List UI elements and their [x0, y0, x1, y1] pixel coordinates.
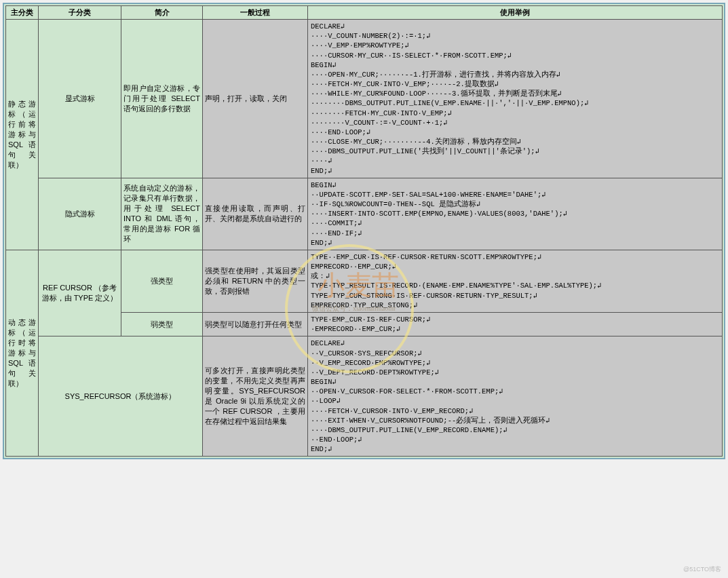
proc-implicit: 直接使用读取，而声明、打开、关闭都是系统自动进行的: [203, 178, 308, 250]
proc-weak: 弱类型可以随意打开任何类型: [203, 312, 308, 336]
code-weak: TYPE·EMP_CUR·IS·REF·CURSOR;↲ ·EMPRECORD·…: [308, 312, 723, 336]
header-sub: 子分类: [39, 6, 121, 20]
intro-strong: 强类型: [121, 250, 203, 312]
header-example: 使用举例: [308, 6, 723, 20]
intro-weak: 弱类型: [121, 312, 203, 336]
table-row: SYS_REFCURSOR（系统游标） 可多次打开，直接声明此类型的变量，不用先…: [6, 336, 723, 457]
sub-explicit: 显式游标: [39, 20, 121, 178]
intro-implicit: 系统自动定义的游标，记录集只有单行数据，用于处理 SELECT INTO 和 D…: [121, 178, 203, 250]
main-static-cursor: 静态游标（运行前将游标与 SQL 语句关联）: [6, 20, 39, 250]
cursor-classification-table: 主分类 子分类 简介 一般过程 使用举例 静态游标（运行前将游标与 SQL 语句…: [5, 5, 723, 457]
code-strong: TYPE··EMP_CUR·IS·REF·CURSOR·RETURN·SCOTT…: [308, 250, 723, 312]
header-row: 主分类 子分类 简介 一般过程 使用举例: [6, 6, 723, 20]
code-sysref: DECLARE↲ ··V_CURSOR·SYS_REFCURSOR;↲ ··V_…: [308, 336, 723, 457]
header-main: 主分类: [6, 6, 39, 20]
proc-sysref: 可多次打开，直接声明此类型的变量，不用先定义类型再声明变量。SYS_REFCUR…: [203, 336, 308, 457]
table-row: 静态游标（运行前将游标与 SQL 语句关联） 显式游标 即用户自定义游标，专门用…: [6, 20, 723, 178]
code-explicit: DECLARE↲ ····V_COUNT·NUMBER(2)·:=·1;↲ ··…: [308, 20, 723, 178]
proc-strong: 强类型在使用时，其返回类型必须和 RETURN 中的类型一致，否则报错: [203, 250, 308, 312]
main-dynamic-cursor: 动态游标（运行时将游标与 SQL 语句关联）: [6, 250, 39, 456]
header-intro: 简介: [121, 6, 203, 20]
sub-implicit: 隐式游标: [39, 178, 121, 250]
table-row: 隐式游标 系统自动定义的游标，记录集只有单行数据，用于处理 SELECT INT…: [6, 178, 723, 250]
proc-explicit: 声明，打开，读取，关闭: [203, 20, 308, 178]
table-container: 主分类 子分类 简介 一般过程 使用举例 静态游标（运行前将游标与 SQL 语句…: [3, 3, 725, 459]
intro-explicit: 即用户自定义游标，专门用于处理 SELECT 语句返回的多行数据: [121, 20, 203, 178]
code-implicit: BEGIN↲ ··UPDATE·SCOTT.EMP·SET·SAL=SAL+10…: [308, 178, 723, 250]
sub-ref-cursor: REF CURSOR （参考游标，由 TYPE 定义）: [39, 250, 121, 336]
header-proc: 一般过程: [203, 6, 308, 20]
table-row: 动态游标（运行时将游标与 SQL 语句关联） REF CURSOR （参考游标，…: [6, 250, 723, 312]
sub-sysref: SYS_REFCURSOR（系统游标）: [39, 336, 203, 457]
